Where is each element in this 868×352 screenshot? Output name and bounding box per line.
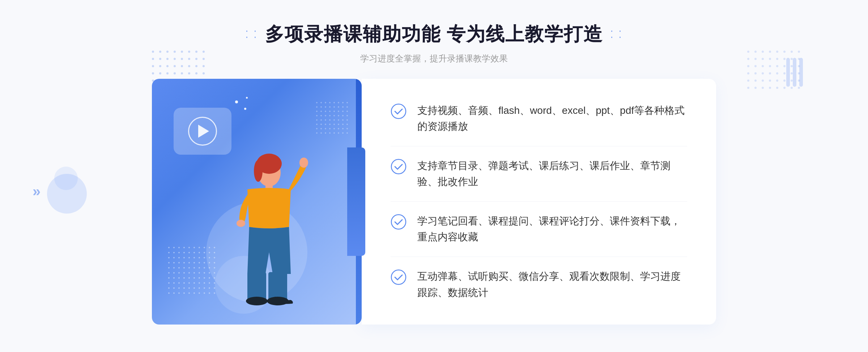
dot (188, 58, 190, 60)
dot (776, 51, 778, 53)
side-tab (347, 147, 365, 256)
title-row: ⁚ ⁚ 多项录播课辅助功能 专为线上教学打造 ⁚ ⁚ (245, 22, 623, 47)
dot (203, 58, 205, 60)
feature-text-2: 支持章节目录、弹题考试、课后练习、课后作业、章节测验、批改作业 (417, 158, 687, 190)
feature-text-3: 学习笔记回看、课程提问、课程评论打分、课件资料下载，重点内容收藏 (417, 213, 687, 246)
check-icon-3 (391, 214, 407, 230)
subtitle: 学习进度全掌握，提升录播课教学效果 (360, 53, 508, 64)
play-triangle-icon (198, 125, 209, 138)
dot (166, 65, 169, 67)
dot (174, 72, 176, 74)
sparkle-dot-3 (244, 108, 246, 110)
dot (776, 80, 778, 82)
feature-item-2: 支持章节目录、弹题考试、课后练习、课后作业、章节测验、批改作业 (391, 158, 687, 190)
svg-point-12 (391, 215, 406, 229)
sparkle-dot-1 (235, 100, 238, 103)
dot (783, 87, 786, 89)
dot (776, 58, 778, 60)
dot (159, 72, 161, 74)
dot (181, 65, 183, 67)
dot (195, 51, 197, 53)
v-line-2 (793, 58, 796, 87)
dot (181, 72, 183, 74)
dot (762, 80, 764, 82)
dot (152, 51, 154, 53)
dot (762, 65, 764, 67)
left-arrows: » (33, 183, 41, 199)
feature-item-1: 支持视频、音频、flash、word、excel、ppt、pdf等各种格式的资源… (391, 103, 687, 135)
left-deco-area (47, 174, 87, 214)
dot (754, 72, 757, 74)
content-area: 支持视频、音频、flash、word、excel、ppt、pdf等各种格式的资源… (152, 79, 716, 325)
sparkle-dot-2 (246, 97, 248, 99)
svg-point-8 (246, 297, 268, 305)
dot (181, 58, 183, 60)
svg-point-4 (299, 158, 308, 168)
dot (174, 58, 176, 60)
svg-point-5 (237, 220, 245, 227)
dot (762, 51, 764, 53)
dot (769, 58, 771, 60)
dot (747, 72, 749, 74)
dot (769, 80, 771, 82)
human-figure (211, 151, 312, 325)
dot (791, 87, 793, 89)
character-svg (211, 151, 312, 325)
feature-item-3: 学习笔记回看、课程提问、课程评论打分、课件资料下载，重点内容收藏 (391, 213, 687, 246)
dot (762, 72, 764, 74)
dot (188, 51, 190, 53)
dot (195, 65, 197, 67)
dot (181, 51, 183, 53)
dot (195, 58, 197, 60)
dot (769, 65, 771, 67)
dot (152, 58, 154, 60)
dot (783, 65, 786, 67)
dot (203, 65, 205, 67)
dot (798, 87, 800, 89)
dot (776, 87, 778, 89)
dot (776, 65, 778, 67)
feature-text-4: 互动弹幕、试听购买、微信分享、观看次数限制、学习进度跟踪、数据统计 (417, 269, 687, 301)
illustration-card (152, 79, 362, 325)
title-dots-left: ⁚ ⁚ (245, 29, 258, 40)
deco-circle-small (54, 167, 78, 190)
dot (195, 72, 197, 74)
v-line-3 (799, 58, 803, 87)
svg-point-13 (391, 270, 406, 284)
dot (754, 58, 757, 60)
svg-point-2 (254, 160, 263, 182)
dot (203, 51, 205, 53)
check-icon-4 (391, 269, 407, 285)
title-dots-right: ⁚ ⁚ (610, 29, 623, 40)
dot (776, 72, 778, 74)
svg-point-10 (391, 104, 406, 119)
feature-divider-2 (391, 201, 687, 202)
dot (754, 80, 757, 82)
feature-item-4: 互动弹幕、试听购买、微信分享、观看次数限制、学习进度跟踪、数据统计 (391, 269, 687, 301)
dot (791, 51, 793, 53)
dot (783, 72, 786, 74)
dot (174, 51, 176, 53)
feature-text-1: 支持视频、音频、flash、word、excel、ppt、pdf等各种格式的资源… (417, 103, 687, 135)
play-icon-circle (188, 117, 217, 146)
dot (769, 72, 771, 74)
dot (769, 87, 771, 89)
dot (174, 65, 176, 67)
dot (762, 87, 764, 89)
dot (747, 58, 749, 60)
dot (747, 65, 749, 67)
dot (747, 51, 749, 53)
header-section: ⁚ ⁚ 多项录播课辅助功能 专为线上教学打造 ⁚ ⁚ 学习进度全掌握，提升录播课… (0, 0, 868, 64)
feature-divider-1 (391, 146, 687, 146)
page-container: ⁚ ⁚ 多项录播课辅助功能 专为线上教学打造 ⁚ ⁚ 学习进度全掌握，提升录播课… (0, 0, 868, 352)
dots-pattern-top (315, 100, 351, 137)
dot (754, 65, 757, 67)
vertical-lines-deco (786, 58, 803, 87)
features-panel: 支持视频、音频、flash、word、excel、ppt、pdf等各种格式的资源… (362, 79, 716, 325)
dot (152, 65, 154, 67)
play-bubble (174, 108, 231, 155)
dot (747, 80, 749, 82)
dot (762, 58, 764, 60)
dot (159, 58, 161, 60)
dot (166, 72, 169, 74)
